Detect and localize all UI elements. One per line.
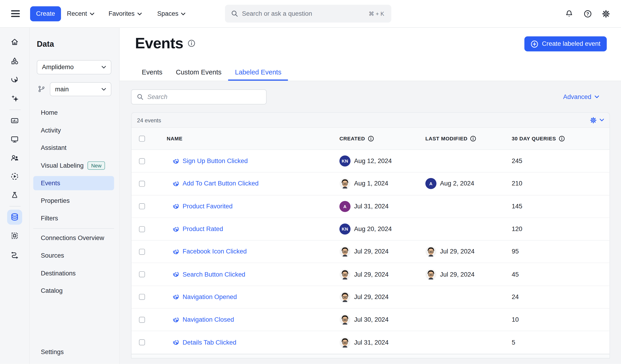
create-labeled-event-button[interactable]: Create labeled event <box>524 36 607 51</box>
labeled-event-icon <box>172 225 180 233</box>
table-row-navigation-opened: Navigation OpenedJul 29, 202424 <box>132 286 610 308</box>
favorites-menu[interactable]: Favorites <box>109 0 142 28</box>
event-name-link[interactable]: Sign Up Button Clicked <box>183 158 248 165</box>
row-checkbox[interactable] <box>139 158 145 164</box>
create-labeled-event-label: Create labeled event <box>542 40 601 47</box>
advanced-filter-toggle[interactable]: Advanced <box>563 90 599 105</box>
created-cell: Jul 29, 2024 <box>339 246 425 257</box>
event-name-link[interactable]: Navigation Opened <box>183 293 237 301</box>
branch-icon <box>38 85 45 93</box>
sidebar-item-events[interactable]: Events <box>33 176 114 190</box>
frame-icon[interactable] <box>10 232 19 240</box>
table-row-details-tab-clicked: Details Tab ClickedJul 31, 20245 <box>132 331 610 354</box>
table-search-input[interactable]: Search <box>131 90 266 105</box>
favorites-menu-label: Favorites <box>109 10 135 17</box>
play-icon[interactable] <box>10 172 19 181</box>
help-icon[interactable]: ? <box>584 10 592 18</box>
rail-divider <box>10 206 21 206</box>
tab-events[interactable]: Events <box>135 65 169 81</box>
page-title: Events <box>135 35 183 52</box>
sidebar-item-sources[interactable]: Sources <box>30 247 120 264</box>
table-scrollbar-track[interactable] <box>132 354 610 358</box>
sidebar-item-properties[interactable]: Properties <box>30 192 120 209</box>
column-header-created[interactable]: CREATED <box>339 136 425 142</box>
sidebar-item-label: Filters <box>41 215 58 222</box>
sidebar-item-catalog[interactable]: Catalog <box>30 282 120 300</box>
people-icon[interactable] <box>10 154 19 162</box>
sidebar-nav: HomeActivityAssistantVisual LabelingNewE… <box>30 104 120 300</box>
row-checkbox[interactable] <box>139 249 145 255</box>
column-header-name[interactable]: NAME <box>167 136 339 142</box>
table-row-sign-up-button-clicked: Sign Up Button ClickedKNAug 12, 2024245 <box>132 150 610 173</box>
sidebar-item-home[interactable]: Home <box>30 104 120 122</box>
sidebar-item-assistant[interactable]: Assistant <box>30 139 120 157</box>
sidebar-item-label: Properties <box>41 197 70 205</box>
row-checkbox[interactable] <box>139 271 145 278</box>
info-icon[interactable] <box>470 136 476 142</box>
data-sidebar: Data Amplidemo main HomeActivityAssistan… <box>30 28 120 364</box>
info-icon[interactable] <box>559 136 565 142</box>
gear-icon[interactable] <box>602 10 610 18</box>
avatar: A <box>425 178 436 189</box>
sidebar-item-visual-labeling[interactable]: Visual LabelingNew <box>30 157 120 174</box>
sidebar-item-destinations[interactable]: Destinations <box>30 264 120 282</box>
row-checkbox[interactable] <box>139 226 145 232</box>
event-name-link[interactable]: Navigation Closed <box>183 316 234 323</box>
info-icon[interactable] <box>368 136 374 142</box>
row-checkbox[interactable] <box>139 294 145 300</box>
tab-labeled-events[interactable]: Labeled Events <box>228 65 288 81</box>
home-icon[interactable] <box>10 37 19 46</box>
spaces-menu-label: Spaces <box>157 10 178 17</box>
recent-menu[interactable]: Recent <box>67 0 94 28</box>
event-name-link[interactable]: Details Tab Clicked <box>183 339 236 346</box>
monitor-icon[interactable] <box>10 135 19 144</box>
sidebar-item-connections-overview[interactable]: Connections Overview <box>30 229 120 247</box>
left-icon-rail <box>0 28 30 364</box>
event-name-link[interactable]: Product Favorited <box>183 203 233 210</box>
event-name-link[interactable]: Add To Cart Button Clicked <box>183 180 259 187</box>
create-button[interactable]: Create <box>30 6 61 21</box>
bell-icon[interactable] <box>565 10 573 18</box>
event-name-link[interactable]: Search Button Clicked <box>183 271 245 278</box>
avatar: KN <box>339 155 351 167</box>
visual-target-icon[interactable] <box>10 75 19 84</box>
sidebar-item-label: Connections Overview <box>41 235 104 242</box>
sidebar-item-activity[interactable]: Activity <box>30 122 120 139</box>
flask-icon[interactable] <box>10 190 19 199</box>
sparkles-icon[interactable] <box>10 94 19 103</box>
hamburger-menu-icon[interactable] <box>11 10 20 17</box>
search-shortcut-hint: ⌘ + K <box>369 10 384 17</box>
column-header-30-day-queries[interactable]: 30 DAY QUERIES <box>512 136 609 142</box>
table-settings-chevron-icon[interactable] <box>600 119 604 121</box>
database-icon <box>10 213 19 222</box>
chart-icon[interactable] <box>10 116 19 125</box>
last-modified-cell: Jul 29, 2024 <box>425 246 512 257</box>
chevron-down-icon <box>102 88 106 91</box>
info-icon[interactable] <box>188 40 195 47</box>
created-cell: AJul 31, 2024 <box>339 201 425 212</box>
route-icon[interactable] <box>10 251 19 259</box>
sidebar-rail-data-selected[interactable] <box>7 210 22 225</box>
global-search-input[interactable]: Search or ask a question ⌘ + K <box>225 5 391 23</box>
advanced-label: Advanced <box>563 94 591 101</box>
select-all-checkbox[interactable] <box>139 136 145 142</box>
event-name-link[interactable]: Product Rated <box>183 225 223 233</box>
row-checkbox[interactable] <box>139 339 145 346</box>
sidebar-item-settings[interactable]: Settings <box>30 343 120 361</box>
sidebar-item-filters[interactable]: Filters <box>30 210 120 227</box>
labeled-event-icon <box>172 248 180 255</box>
shapes-icon[interactable] <box>10 57 19 65</box>
spaces-menu[interactable]: Spaces <box>157 0 186 28</box>
project-selector[interactable]: Amplidemo <box>37 60 111 75</box>
event-name-link[interactable]: Facebook Icon Clicked <box>183 248 247 255</box>
branch-selector[interactable]: main <box>50 82 111 96</box>
memoji-avatar <box>425 269 436 280</box>
row-checkbox[interactable] <box>139 204 145 209</box>
table-settings-gear-icon[interactable] <box>590 117 597 124</box>
tab-custom-events[interactable]: Custom Events <box>169 65 228 81</box>
row-checkbox[interactable] <box>139 317 145 323</box>
event-name-cell: Facebook Icon Clicked <box>167 248 339 255</box>
column-header-last-modified[interactable]: LAST MODIFIED <box>425 136 512 142</box>
sidebar-item-label: Destinations <box>41 270 76 277</box>
row-checkbox[interactable] <box>139 181 145 187</box>
